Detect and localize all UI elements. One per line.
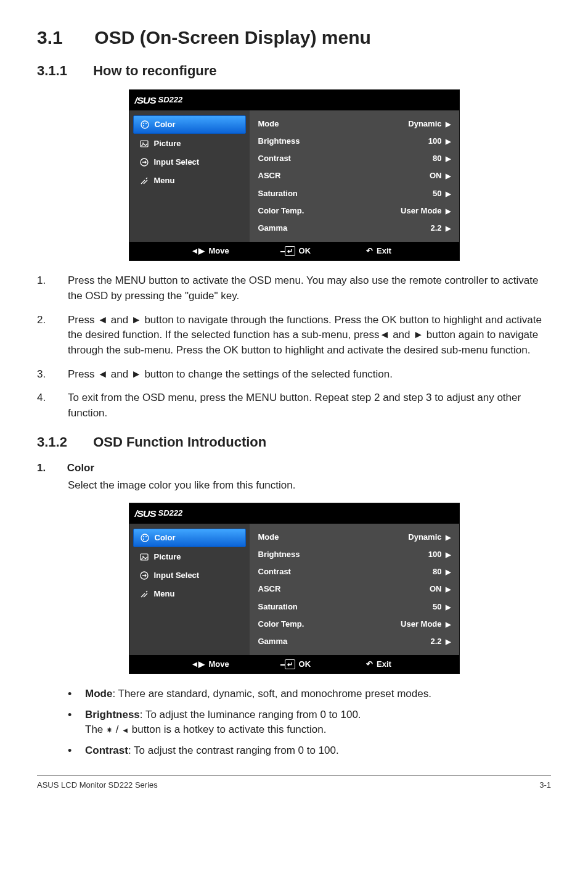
osd-model: SD222: [158, 508, 183, 519]
right-arrow-icon: ►: [131, 368, 142, 380]
osd-nav-input-select[interactable]: Input Select: [133, 154, 246, 171]
osd-footer: ◄▶ Move ↵ OK ↶ Exit: [129, 242, 459, 260]
osd-nav-picture[interactable]: Picture: [133, 548, 246, 566]
osd-row-saturation[interactable]: Saturation 50▶: [258, 185, 451, 202]
left-arrow-icon: ◄: [97, 314, 108, 326]
undo-icon: ↶: [366, 659, 373, 670]
osd-footer-exit-label: Exit: [377, 245, 391, 257]
osd-footer-move-label: Move: [208, 659, 229, 670]
osd-row-ascr[interactable]: ASCR ON▶: [258, 580, 451, 598]
chevron-right-icon: ▶: [446, 585, 451, 593]
bullet-label: Mode: [85, 688, 112, 699]
left-right-arrow-icon: ◄▶: [191, 659, 205, 670]
osd-row-value: 80: [433, 154, 441, 163]
step-2: Press ◄ and ► button to navigate through…: [37, 313, 551, 358]
osd-footer-move-label: Move: [208, 245, 229, 257]
undo-icon: ↶: [366, 245, 373, 257]
left-arrow-icon: [121, 724, 129, 735]
osd-row-saturation[interactable]: Saturation 50▶: [258, 598, 451, 616]
bullet-text: : To adjust the contrast ranging from 0 …: [128, 745, 339, 756]
feature-bullets: Mode: There are standard, dynamic, soft,…: [37, 687, 551, 757]
footer-page-number: 3-1: [539, 780, 551, 791]
asus-logo: /SUS: [134, 507, 155, 520]
bullet-mode: Mode: There are standard, dynamic, soft,…: [68, 687, 551, 701]
osd-nav-menu[interactable]: Menu: [133, 585, 246, 603]
text: button to change the settings of the sel…: [142, 368, 393, 380]
osd-row-label: Gamma: [258, 223, 288, 234]
subsection-number: 3.1.2: [37, 433, 89, 452]
tools-icon: [139, 176, 149, 186]
svg-point-7: [141, 534, 149, 542]
text: Press: [68, 368, 97, 380]
osd-footer: ◄▶ Move ↵ OK ↶ Exit: [129, 655, 459, 674]
bullet-text: : There are standard, dynamic, soft, and…: [112, 688, 431, 699]
osd-nav-color[interactable]: Color: [133, 529, 246, 547]
color-section: 1. Color Select the image color you like…: [37, 461, 551, 493]
chevron-right-icon: ▶: [446, 207, 451, 215]
osd-row-label: Contrast: [258, 566, 291, 577]
right-arrow-icon: ►: [413, 329, 423, 340]
osd-row-value: 100: [428, 136, 442, 146]
osd-footer-exit: ↶ Exit: [366, 245, 391, 257]
chevron-right-icon: ▶: [446, 534, 451, 541]
osd-row-gamma[interactable]: Gamma 2.2▶: [258, 633, 451, 650]
osd-row-label: Saturation: [258, 601, 298, 613]
bullet-brightness: Brightness: To adjust the luminance rang…: [68, 708, 551, 737]
footer-left: ASUS LCD Monitor SD222 Series: [37, 780, 158, 791]
text: and: [108, 368, 131, 380]
osd-footer-ok: ↵ OK: [285, 245, 311, 257]
osd-row-mode[interactable]: Mode Dynamic▶: [258, 529, 451, 546]
osd-row-colortemp[interactable]: Color Temp. User Mode▶: [258, 616, 451, 633]
osd-nav-label: Picture: [154, 138, 181, 149]
step-4: To exit from the OSD menu, press the MEN…: [37, 390, 551, 421]
osd-row-value: 100: [428, 550, 442, 559]
osd-settings: Mode Dynamic▶ Brightness 100▶ Contrast 8…: [250, 524, 459, 655]
subsection-3-1-2-title: 3.1.2 OSD Function Introduction: [37, 433, 551, 452]
osd-row-label: Saturation: [258, 188, 298, 199]
osd-row-mode[interactable]: Mode Dynamic▶: [258, 115, 451, 133]
color-section-number: 1.: [37, 461, 64, 476]
osd-nav-picture[interactable]: Picture: [133, 135, 246, 152]
chevron-right-icon: ▶: [446, 603, 451, 611]
section-number: 3.1: [37, 25, 89, 51]
osd-row-value: ON: [430, 171, 442, 180]
chevron-right-icon: ▶: [446, 551, 451, 558]
chevron-right-icon: ▶: [446, 190, 451, 197]
osd-nav-menu[interactable]: Menu: [133, 172, 246, 189]
osd-row-brightness[interactable]: Brightness 100▶: [258, 546, 451, 563]
step-1: Press the MENU button to activate the OS…: [37, 273, 551, 303]
osd-row-brightness[interactable]: Brightness 100▶: [258, 133, 451, 150]
chevron-right-icon: ▶: [446, 172, 451, 179]
osd-footer-exit-label: Exit: [377, 659, 391, 670]
left-right-arrow-icon: ◄▶: [191, 245, 205, 257]
osd-row-ascr[interactable]: ASCR ON▶: [258, 167, 451, 184]
svg-point-0: [141, 121, 149, 128]
osd-footer-move: ◄▶ Move: [191, 245, 229, 257]
picture-icon: [139, 552, 149, 562]
osd-nav-color[interactable]: Color: [133, 115, 246, 134]
osd-row-gamma[interactable]: Gamma 2.2▶: [258, 220, 451, 237]
osd-row-value: 50: [433, 189, 441, 198]
tools-icon: [139, 589, 149, 599]
osd-nav-label: Color: [155, 119, 176, 130]
osd-row-value: 50: [433, 602, 441, 611]
chevron-right-icon: ▶: [446, 225, 451, 232]
input-select-icon: [139, 157, 149, 167]
text: Press: [68, 314, 97, 326]
osd-row-label: Brightness: [258, 549, 300, 560]
osd-row-colortemp[interactable]: Color Temp. User Mode▶: [258, 202, 451, 220]
osd-row-label: Mode: [258, 532, 279, 543]
subsection-3-1-1-title: 3.1.1 How to reconfigure: [37, 62, 551, 81]
svg-point-9: [145, 536, 147, 537]
osd-nav-input-select[interactable]: Input Select: [133, 567, 246, 584]
osd-row-contrast[interactable]: Contrast 80▶: [258, 563, 451, 580]
osd-header: /SUS SD222: [129, 90, 459, 110]
osd-row-value: ON: [430, 584, 442, 593]
bullet-label: Brightness: [85, 709, 140, 720]
osd-row-value: Dynamic: [408, 119, 441, 128]
color-section-label: Color: [67, 462, 94, 474]
osd-row-contrast[interactable]: Contrast 80▶: [258, 150, 451, 167]
osd-model: SD222: [158, 94, 183, 105]
osd-footer-ok-label: OK: [299, 659, 311, 670]
steps-list: Press the MENU button to activate the OS…: [37, 273, 551, 421]
